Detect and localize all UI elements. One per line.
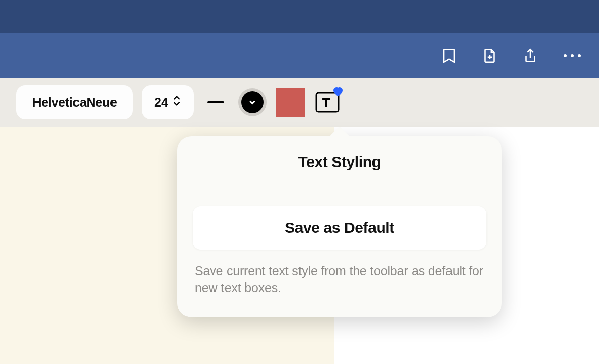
text-style-favorite-button[interactable]: T <box>314 89 341 115</box>
text-styling-popover: Text Styling Save as Default Save curren… <box>177 136 502 317</box>
font-picker[interactable]: HelveticaNeue <box>16 85 133 119</box>
font-name-label: HelveticaNeue <box>32 95 117 110</box>
stepper-icon <box>172 95 181 110</box>
font-size-label: 24 <box>154 95 168 110</box>
text-toolbar: HelveticaNeue 24 T <box>0 78 599 127</box>
add-page-icon[interactable] <box>480 47 499 65</box>
status-bar <box>0 0 599 33</box>
font-size-stepper[interactable]: 24 <box>142 85 194 119</box>
popover-title: Text Styling <box>193 153 486 171</box>
share-icon[interactable] <box>521 47 539 65</box>
bookmark-icon[interactable] <box>440 47 458 65</box>
heart-icon <box>332 85 344 97</box>
save-as-default-button[interactable]: Save as Default <box>193 206 486 250</box>
text-color-swatch[interactable] <box>276 88 305 117</box>
document-canvas: Text Styling Save as Default Save curren… <box>0 127 599 364</box>
text-weight-button[interactable] <box>238 88 267 116</box>
navigation-bar <box>0 33 599 78</box>
svg-text:T: T <box>322 95 330 110</box>
save-as-default-label: Save as Default <box>285 219 394 236</box>
align-left-button[interactable] <box>203 89 229 115</box>
more-icon[interactable] <box>561 54 583 57</box>
popover-description: Save current text style from the toolbar… <box>193 263 486 296</box>
